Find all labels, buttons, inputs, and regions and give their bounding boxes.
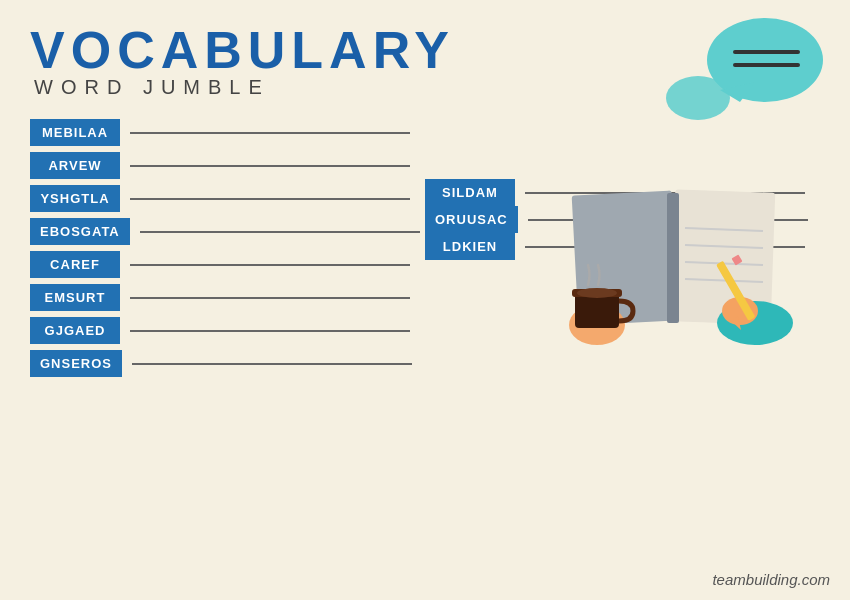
word-badge: CAREF: [30, 251, 120, 278]
answer-line[interactable]: [130, 297, 410, 299]
word-badge: SILDAM: [425, 179, 515, 206]
svg-rect-7: [667, 193, 679, 323]
word-badge: ARVEW: [30, 152, 120, 179]
right-section: SILDAMORUUSACLDKIEN: [425, 119, 820, 377]
word-badge: EMSURT: [30, 284, 120, 311]
word-badge: EBOSGATA: [30, 218, 130, 245]
list-item: MEBILAA: [30, 119, 425, 146]
list-item: CAREF: [30, 251, 425, 278]
answer-line[interactable]: [132, 363, 412, 365]
content-area: MEBILAAARVEWYSHGTLAEBOSGATACAREFEMSURTGJ…: [30, 119, 820, 377]
chat-bubble-decoration: [660, 10, 820, 130]
writing-illustration: [545, 163, 805, 357]
list-item: EBOSGATA: [30, 218, 425, 245]
answer-line[interactable]: [130, 165, 410, 167]
word-badge: YSHGTLA: [30, 185, 120, 212]
word-badge: MEBILAA: [30, 119, 120, 146]
speech-bubble-icon: [660, 10, 825, 135]
answer-line[interactable]: [140, 231, 420, 233]
list-item: GNSEROS: [30, 350, 425, 377]
answer-line[interactable]: [130, 132, 410, 134]
svg-rect-13: [575, 293, 619, 328]
left-word-list: MEBILAAARVEWYSHGTLAEBOSGATACAREFEMSURTGJ…: [30, 119, 425, 377]
book-writing-icon: [545, 163, 805, 353]
list-item: EMSURT: [30, 284, 425, 311]
page: VOCABULARY WORD JUMBLE MEBILAAARVEWYSHGT…: [0, 0, 850, 600]
word-badge: GJGAED: [30, 317, 120, 344]
list-item: YSHGTLA: [30, 185, 425, 212]
answer-line[interactable]: [130, 330, 410, 332]
watermark: teambuilding.com: [712, 571, 830, 588]
answer-line[interactable]: [130, 198, 410, 200]
word-badge: LDKIEN: [425, 233, 515, 260]
answer-line[interactable]: [130, 264, 410, 266]
word-badge: GNSEROS: [30, 350, 122, 377]
list-item: GJGAED: [30, 317, 425, 344]
list-item: ARVEW: [30, 152, 425, 179]
word-badge: ORUUSAC: [425, 206, 518, 233]
svg-point-15: [577, 288, 617, 298]
